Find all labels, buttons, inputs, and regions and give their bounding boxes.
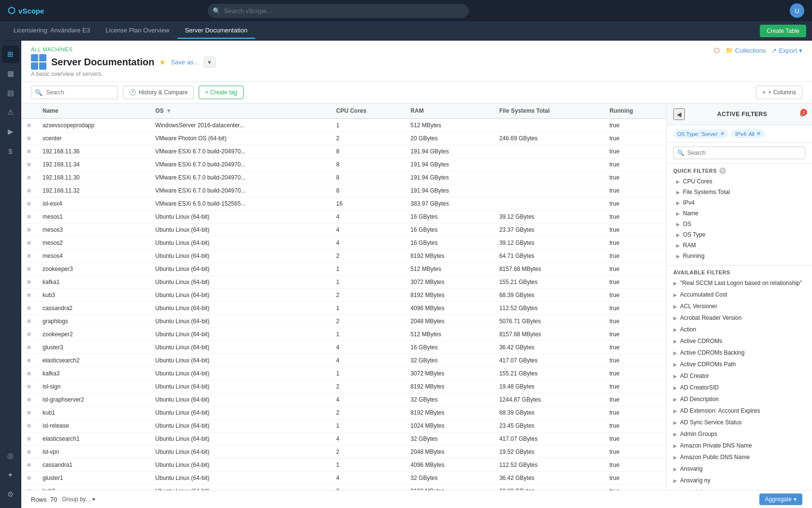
avail-filter-ad-description[interactable]: ▶AD Description: [667, 393, 812, 405]
dollar-icon[interactable]: $: [2, 142, 19, 160]
avail-filter-amazon-public-dns[interactable]: ▶Amazon Public DNS Name: [667, 451, 812, 463]
avail-filter-action[interactable]: ▶Action: [667, 324, 812, 335]
table-row[interactable]: gluster3 Ubuntu Linux (64-bit) 4 16 GByt…: [21, 341, 666, 354]
avail-filter-ansvarig[interactable]: ▶Ansvarig: [667, 463, 812, 475]
col-cpu-cores[interactable]: CPU Cores: [330, 104, 405, 119]
table-row[interactable]: mesos1 Ubuntu Linux (64-bit) 4 16 GBytes…: [21, 210, 666, 224]
panel-search-input[interactable]: [673, 147, 805, 159]
table-row[interactable]: isl-release Ubuntu Linux (64-bit) 1 1024…: [21, 419, 666, 433]
quick-filter-name[interactable]: ▶Name: [673, 208, 805, 219]
play-icon[interactable]: ▶: [2, 123, 19, 140]
global-search-input[interactable]: [208, 4, 469, 18]
filter-icon[interactable]: ⚙ 2: [799, 111, 805, 118]
group-by-button[interactable]: Group by... ▾: [62, 496, 95, 503]
table-icon[interactable]: ▤: [2, 84, 19, 102]
tab-licensiering[interactable]: Licensiering: Användare E3: [6, 23, 98, 39]
col-name[interactable]: Name: [37, 104, 149, 119]
quick-filter-fs[interactable]: ▶File Systems Total: [673, 187, 805, 197]
row-ram: 4096 MBytes: [405, 302, 493, 315]
avail-filter-ad-creatorsid[interactable]: ▶AD CreatorSID: [667, 382, 812, 393]
table-row[interactable]: kafka1 Ubuntu Linux (64-bit) 1 3072 MByt…: [21, 276, 666, 289]
data-table-wrap[interactable]: Name OS ▾ CPU Cores RAM File Systems Tot…: [21, 104, 666, 490]
dashboard-icon[interactable]: ▦: [2, 65, 19, 82]
left-sidebar: ⊞ ▦ ▤ ⚠ ▶ $ ◎ ✦ ⚙: [0, 41, 21, 508]
table-row[interactable]: mesos4 Ubuntu Linux (64-bit) 2 8192 MByt…: [21, 250, 666, 263]
col-file-systems-total[interactable]: File Systems Total: [493, 104, 604, 119]
table-row[interactable]: isl-graphserver2 Ubuntu Linux (64-bit) 4…: [21, 393, 666, 406]
avail-filter-active-cdroms[interactable]: ▶Active CDROMs: [667, 335, 812, 347]
quick-filter-cpu[interactable]: ▶CPU Cores: [673, 176, 805, 187]
table-row[interactable]: 192.168.11.36 VMware ESXi 6.7.0 build-20…: [21, 145, 666, 158]
dropdown-chevron-button[interactable]: ▾: [203, 57, 216, 68]
table-row[interactable]: isl-vpn Ubuntu Linux (64-bit) 2 2048 MBy…: [21, 446, 666, 459]
create-table-button[interactable]: Create Table: [760, 25, 806, 37]
quick-filter-os[interactable]: ▶OS: [673, 219, 805, 229]
avail-filter-amazon-private-dns[interactable]: ▶Amazon Private DNS Name: [667, 440, 812, 451]
quick-filter-ram[interactable]: ▶RAM: [673, 240, 805, 251]
table-row[interactable]: kafka3 Ubuntu Linux (64-bit) 1 3072 MByt…: [21, 367, 666, 380]
avail-filter-ad-extension[interactable]: ▶AD Extension: Account Expires: [667, 405, 812, 417]
create-tag-button[interactable]: + Create tag: [199, 86, 243, 99]
table-row[interactable]: elasticsearch1 Ubuntu Linux (64-bit) 4 3…: [21, 433, 666, 446]
table-row[interactable]: isl-sign Ubuntu Linux (64-bit) 2 8192 MB…: [21, 380, 666, 393]
remove-os-type-filter[interactable]: ✕: [720, 131, 725, 137]
col-ram[interactable]: RAM: [405, 104, 493, 119]
available-filters-list: AVAILABLE FILTERS ▶"Real SCCM Last Logon…: [667, 263, 812, 490]
table-row[interactable]: cassandra1 Ubuntu Linux (64-bit) 1 4096 …: [21, 459, 666, 472]
table-row[interactable]: elasticsearch2 Ubuntu Linux (64-bit) 4 3…: [21, 354, 666, 367]
aggregate-button[interactable]: Aggregate ▾: [759, 493, 802, 505]
col-os[interactable]: OS ▾: [149, 104, 330, 119]
avail-filter-app-adobe[interactable]: ▶app adobe: [667, 486, 812, 490]
table-row[interactable]: mesos3 Ubuntu Linux (64-bit) 4 16 GBytes…: [21, 224, 666, 237]
col-running[interactable]: Running: [604, 104, 666, 119]
avail-filter-active-cdroms-path[interactable]: ▶Active CDROMs Path: [667, 359, 812, 370]
table-row[interactable]: zookeeper2 Ubuntu Linux (64-bit) 1 512 M…: [21, 328, 666, 341]
collections-button[interactable]: 📁 Collections: [725, 47, 766, 54]
avail-filter-acrobat[interactable]: ▶Acrobat Reader Version: [667, 312, 812, 324]
row-name: 192.168.11.34: [37, 158, 149, 171]
columns-button[interactable]: + + Columns: [756, 86, 802, 99]
favorite-star-icon[interactable]: ★: [159, 58, 166, 67]
quick-filter-ipv4[interactable]: ▶IPv4: [673, 197, 805, 208]
table-search-input[interactable]: [31, 86, 118, 99]
table-row[interactable]: 192.168.11.30 VMware ESXi 6.7.0 build-20…: [21, 171, 666, 184]
history-compare-button[interactable]: 🕐 History & Compare: [123, 86, 194, 99]
avail-filter-ansvarig-ny[interactable]: ▶Ansvarig ny: [667, 475, 812, 486]
avail-filter-ad-sync[interactable]: ▶AD Sync Service Status: [667, 417, 812, 428]
table-row[interactable]: 192.168.11.32 VMware ESXi 6.7.0 build-20…: [21, 184, 666, 197]
alert-icon[interactable]: ⚠: [2, 104, 19, 121]
collapse-panel-button[interactable]: ◀: [673, 108, 685, 120]
avail-filter-active-cdroms-backing[interactable]: ▶Active CDROMs Backing: [667, 347, 812, 359]
tab-license-plan[interactable]: License Plan Overview: [98, 23, 177, 39]
user-avatar[interactable]: U: [790, 3, 804, 18]
table-row[interactable]: cassandra2 Ubuntu Linux (64-bit) 1 4096 …: [21, 302, 666, 315]
avail-filter-acl-versioner[interactable]: ▶ACL Versioner: [667, 300, 812, 312]
quick-filter-running[interactable]: ▶Running: [673, 251, 805, 261]
row-cpu: 2: [330, 485, 405, 491]
table-row[interactable]: isl-esx4 VMware ESXi 6.5.0 build-152565.…: [21, 197, 666, 210]
save-as-button[interactable]: Save as...: [171, 59, 199, 66]
table-row[interactable]: vcenter VMware Photon OS (64-bit) 2 20 G…: [21, 132, 666, 145]
tab-server-documentation[interactable]: Server Documentation: [177, 23, 255, 39]
table-row[interactable]: kub1 Ubuntu Linux (64-bit) 2 8192 MBytes…: [21, 406, 666, 419]
table-row[interactable]: zookeeper3 Ubuntu Linux (64-bit) 1 512 M…: [21, 263, 666, 276]
table-row[interactable]: gluster1 Ubuntu Linux (64-bit) 4 32 GByt…: [21, 472, 666, 485]
avail-filter-accumulated-cost[interactable]: ▶Accumulated Cost: [667, 289, 812, 300]
table-row[interactable]: kub2 Ubuntu Linux (64-bit) 2 8192 MBytes…: [21, 485, 666, 491]
export-button[interactable]: ↗ Export ▾: [771, 47, 802, 54]
avail-filter-sccm[interactable]: ▶"Real SCCM Last Logon based on relation…: [667, 277, 812, 289]
table-row[interactable]: graphlogs Ubuntu Linux (64-bit) 2 2048 M…: [21, 315, 666, 328]
remove-ipv4-filter[interactable]: ✕: [756, 131, 761, 137]
avail-filter-admin-groups[interactable]: ▶Admin Groups: [667, 428, 812, 440]
avail-filter-ad-creator[interactable]: ▶AD Creator: [667, 370, 812, 382]
row-dot: [21, 237, 37, 250]
quick-filter-os-type[interactable]: ▶OS Type: [673, 229, 805, 240]
table-row[interactable]: azsevscopeprodapp WindowsServer 2016-dat…: [21, 119, 666, 132]
table-row[interactable]: mesos2 Ubuntu Linux (64-bit) 4 16 GBytes…: [21, 237, 666, 250]
home-icon[interactable]: ⊞: [2, 45, 19, 63]
table-row[interactable]: kub3 Ubuntu Linux (64-bit) 2 8192 MBytes…: [21, 289, 666, 302]
table-row[interactable]: 192.168.11.34 VMware ESXi 6.7.0 build-20…: [21, 158, 666, 171]
plugin-icon[interactable]: ✦: [2, 466, 19, 484]
tag-icon[interactable]: ◎: [2, 447, 19, 464]
settings-icon[interactable]: ⚙: [2, 486, 19, 503]
